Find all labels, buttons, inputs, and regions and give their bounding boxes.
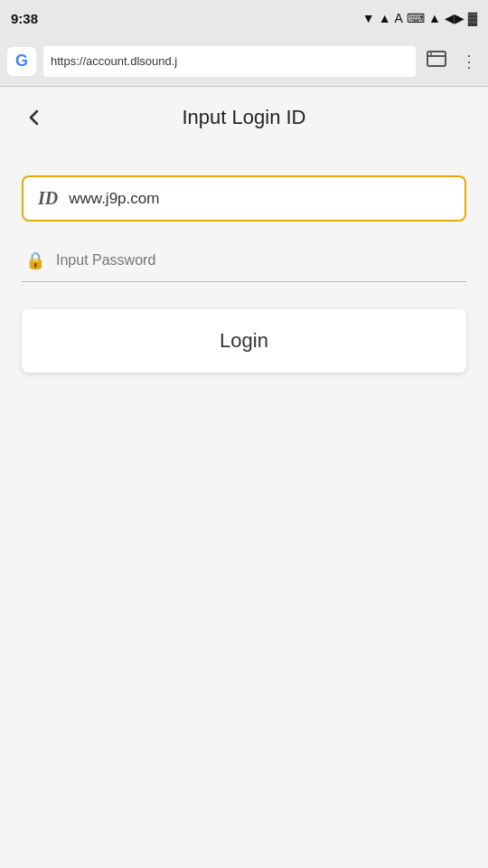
tabs-button[interactable] <box>423 47 450 75</box>
keyboard-icon: ⌨ <box>407 11 425 25</box>
google-logo: G <box>7 47 36 76</box>
id-icon: ID <box>38 188 58 209</box>
download-icon: ▼ <box>362 11 375 25</box>
status-bar: 9:38 ▼ ▲ A ⌨ ▲ ◀▶ ▓ <box>0 0 488 36</box>
browser-actions: ⋮ <box>423 47 481 75</box>
form-area: ID 🔒 Login <box>0 148 488 373</box>
back-button[interactable] <box>18 101 51 134</box>
url-bar[interactable]: https://account.dlsound.j <box>43 46 416 77</box>
a-icon: A <box>395 11 403 25</box>
status-icons: ▼ ▲ A ⌨ ▲ ◀▶ ▓ <box>362 11 477 25</box>
url-text: https://account.dlsound.j <box>51 54 177 68</box>
signal-icon: ◀▶ <box>445 11 465 25</box>
status-left: 9:38 <box>11 11 38 26</box>
password-input[interactable] <box>56 252 463 269</box>
top-bar: Input Login ID <box>0 87 488 148</box>
password-input-wrapper[interactable]: 🔒 <box>22 240 466 282</box>
login-button[interactable]: Login <box>22 309 466 373</box>
login-label: Login <box>220 329 268 353</box>
upload-icon: ▲ <box>379 11 391 25</box>
svg-rect-0 <box>427 52 446 66</box>
id-input-wrapper[interactable]: ID <box>22 175 466 222</box>
browser-bar: G https://account.dlsound.j ⋮ <box>0 36 488 87</box>
page-title: Input Login ID <box>65 106 423 129</box>
wifi-icon: ▲ <box>428 11 441 25</box>
content-area: Input Login ID ID 🔒 Login <box>0 87 488 868</box>
battery-icon: ▓ <box>468 11 477 25</box>
login-id-input[interactable] <box>69 190 450 208</box>
lock-icon: 🔒 <box>25 250 45 270</box>
status-time: 9:38 <box>11 11 38 26</box>
menu-button[interactable]: ⋮ <box>457 48 481 75</box>
